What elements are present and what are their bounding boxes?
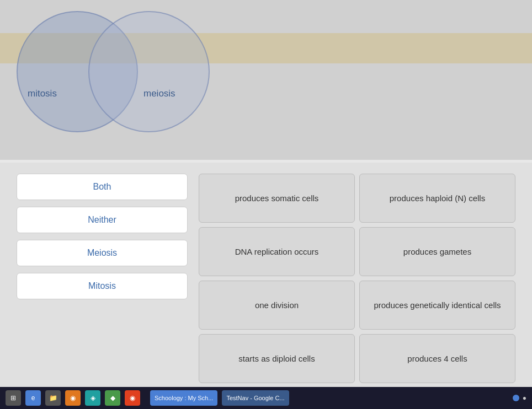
taskbar-app4-icon[interactable]: ◉ [125, 390, 140, 406]
answer-cell-6[interactable]: produces genetically identical cells [359, 281, 515, 330]
venn-label-mitosis: mitosis [28, 88, 57, 99]
taskbar-edge-icon[interactable]: e [25, 390, 41, 406]
answer-cell-5[interactable]: one division [199, 281, 355, 330]
drag-item-neither[interactable]: Neither [17, 207, 188, 233]
drag-column: Both Neither Meiosis Mitosis [17, 174, 188, 383]
venn-container: mitosis meiosis [11, 6, 248, 154]
answer-cell-8[interactable]: produces 4 cells [359, 334, 515, 383]
taskbar-files-icon[interactable]: 📁 [45, 390, 61, 406]
drag-item-both[interactable]: Both [17, 174, 188, 200]
answer-cell-4[interactable]: produces gametes [359, 227, 515, 276]
taskbar-tab2[interactable]: TestNav - Google C... [222, 390, 289, 406]
taskbar-app2-icon[interactable]: ◈ [85, 390, 100, 406]
answer-grid: produces somatic cells produces haploid … [199, 174, 515, 383]
taskbar-app1-icon[interactable]: ◉ [65, 390, 81, 406]
answer-cell-2[interactable]: produces haploid (N) cells [359, 174, 515, 223]
main-content: Both Neither Meiosis Mitosis produces so… [0, 163, 532, 394]
taskbar-app3-icon[interactable]: ◆ [105, 390, 120, 406]
taskbar-indicator [513, 395, 519, 401]
taskbar-dot: ● [523, 394, 526, 402]
answer-cell-3[interactable]: DNA replication occurs [199, 227, 355, 276]
venn-label-meiosis: meiosis [143, 88, 175, 99]
taskbar: ⊞ e 📁 ◉ ◈ ◆ ◉ Schoology : My Sch... Test… [0, 387, 532, 409]
taskbar-end: ● [513, 394, 526, 402]
taskbar-start-icon[interactable]: ⊞ [6, 390, 21, 406]
answer-cell-7[interactable]: starts as diploid cells [199, 334, 355, 383]
answer-cell-1[interactable]: produces somatic cells [199, 174, 355, 223]
venn-circle-right [88, 11, 210, 132]
drag-item-meiosis[interactable]: Meiosis [17, 240, 188, 266]
venn-area: mitosis meiosis [0, 0, 532, 160]
drag-item-mitosis[interactable]: Mitosis [17, 273, 188, 299]
taskbar-tab1[interactable]: Schoology : My Sch... [150, 390, 217, 406]
